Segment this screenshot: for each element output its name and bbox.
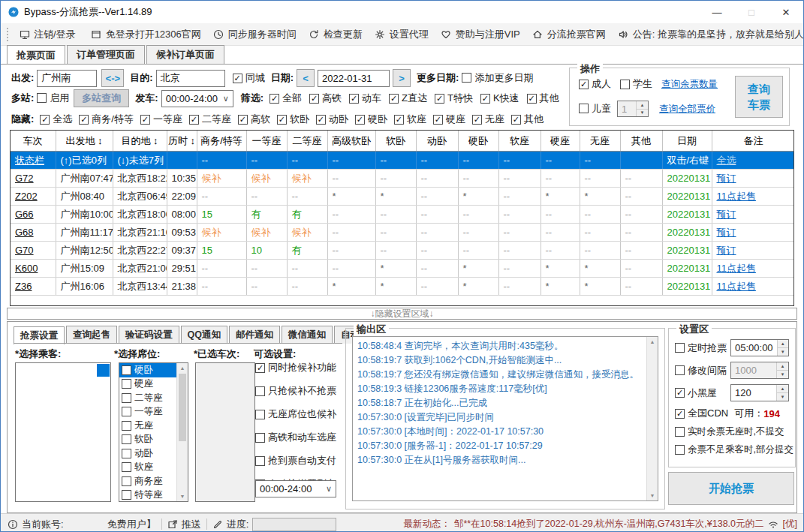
hide-checkbox-1[interactable]: ✓商务/特等	[79, 113, 134, 126]
hide-settings-divider[interactable]: ↓隐藏设置区域↓	[7, 308, 797, 320]
tab-settings-2[interactable]: 验证码设置	[119, 326, 179, 344]
train-row-Z36[interactable]: Z36广州16:06北京西13:4421:38------**--*--**--…	[11, 278, 794, 296]
train-number-link[interactable]: K600	[15, 263, 38, 274]
train-number-link[interactable]: Z36	[15, 281, 32, 292]
seat-list-scrollbar[interactable]: ▲ ▼	[176, 363, 188, 501]
child-count-stepper[interactable]: 1 ▲▼	[617, 101, 649, 117]
setting-stepper-0[interactable]: 05:00:00▲▼	[730, 339, 789, 356]
train-number-link[interactable]: G68	[15, 227, 34, 238]
hide-checkbox-3[interactable]: ✓二等座	[189, 113, 231, 126]
stepper-down-icon[interactable]: ▼	[777, 371, 788, 378]
toolbar-item-5[interactable]: 赞助与注册VIP	[435, 23, 526, 45]
train-row-Z202[interactable]: Z202广州08:40北京西06:4922:09------**--*--**-…	[11, 188, 794, 206]
column-header-13[interactable]: 无座	[580, 131, 620, 152]
hide-checkbox-7[interactable]: ✓硬卧	[355, 113, 387, 126]
column-header-10[interactable]: 硬卧	[458, 131, 498, 152]
toolbar-item-2[interactable]: 同步服务器时间	[207, 23, 303, 45]
multi-query-button[interactable]: 多站查询	[74, 89, 129, 107]
toolbar-item-6[interactable]: 分流抢票官网	[526, 23, 612, 45]
option-checkbox-2[interactable]: 无座席位也候补	[255, 407, 336, 421]
column-header-2[interactable]: 目的地 ↕	[113, 131, 167, 152]
seat-option-3[interactable]: 一等座	[119, 405, 177, 419]
column-header-16[interactable]: 备注	[712, 131, 794, 152]
column-header-4[interactable]: 商务/特等	[197, 131, 246, 152]
column-header-5[interactable]: 一等座	[246, 131, 287, 152]
hide-checkbox-5[interactable]: ✓软卧	[277, 113, 309, 126]
toolbar-item-0[interactable]: 注销/登录	[13, 23, 82, 45]
filter-checkbox-6[interactable]: ✓其他	[527, 92, 559, 105]
scroll-up-icon[interactable]: ▲	[650, 337, 655, 347]
hide-checkbox-8[interactable]: ✓软座	[394, 113, 426, 126]
column-header-0[interactable]: 车次	[11, 131, 56, 152]
passenger-listbox[interactable]	[15, 362, 111, 502]
hide-checkbox-4[interactable]: ✓高软	[238, 113, 270, 126]
option-checkbox-4[interactable]: 抢到票自动支付	[255, 454, 336, 467]
filter-checkbox-4[interactable]: ✓T特快	[435, 92, 473, 105]
date-next-button[interactable]: >	[393, 69, 411, 87]
note-link[interactable]: 11点起售	[717, 281, 757, 292]
option-checkbox-0[interactable]: ✓同时抢候补功能	[255, 361, 336, 374]
train-row-K600[interactable]: K600广州15:09北京西21:0029:51--------*--*--**…	[11, 260, 794, 278]
setting-check-1[interactable]: 余票不足乘客时,部分提交	[675, 443, 793, 456]
depart-input[interactable]: 广州南	[37, 70, 97, 87]
note-link[interactable]: 预订	[717, 227, 736, 238]
hide-checkbox-10[interactable]: ✓无座	[472, 113, 504, 126]
select-all-link[interactable]: 全选	[717, 155, 736, 166]
stepper-up-icon[interactable]: ▲	[777, 362, 788, 371]
scroll-down-icon[interactable]: ▼	[650, 491, 655, 500]
toolbar-item-7[interactable]: 公告: 抢票靠的是坚持，放弃就是给别人机会！	[612, 23, 804, 45]
train-row-G66[interactable]: G66广州南10:00北京西18:0008:0015有有------------…	[11, 206, 794, 224]
filter-checkbox-5[interactable]: ✓K快速	[480, 92, 519, 105]
note-link[interactable]: 11点起售	[717, 263, 757, 274]
filter-checkbox-2[interactable]: ✓动车	[349, 92, 381, 105]
setting-stepper-1[interactable]: 1000▲▼	[730, 362, 789, 379]
note-link[interactable]: 预订	[717, 173, 736, 184]
tab-settings-4[interactable]: 邮件通知	[229, 326, 280, 344]
date-prev-button[interactable]: <	[297, 69, 315, 87]
stepper-down-icon[interactable]: ▼	[778, 348, 788, 356]
setting-checkbox-2[interactable]: ✓小黑屋	[675, 386, 717, 400]
depart-time-select[interactable]: 00:00-24:00∨	[161, 90, 233, 107]
push-label[interactable]: 推送	[182, 518, 201, 531]
note-link[interactable]: 预订	[717, 245, 736, 256]
hide-checkbox-0[interactable]: ✓全选	[40, 113, 72, 126]
seat-option-8[interactable]: 商务座	[119, 474, 177, 488]
train-row-G70[interactable]: G70广州南12:50北京西22:2709:371510有-----------…	[11, 242, 794, 260]
column-header-15[interactable]: 日期	[662, 131, 712, 152]
hide-checkbox-9[interactable]: ✓硬座	[433, 113, 465, 126]
date-input[interactable]: 2022-01-31	[318, 70, 390, 87]
filter-checkbox-0[interactable]: ✓全部	[270, 92, 302, 105]
output-scrollbar[interactable]: ▲ ▼	[646, 337, 658, 500]
add-more-dates-checkbox[interactable]: 添加更多日期	[462, 71, 533, 85]
column-header-11[interactable]: 软座	[498, 131, 541, 152]
adult-checkbox[interactable]: ✓成人	[579, 77, 611, 91]
seat-option-7[interactable]: 软座	[119, 461, 177, 475]
note-link[interactable]: 11点起售	[717, 191, 757, 202]
seat-option-6[interactable]: 动卧	[119, 446, 177, 461]
close-button[interactable]: ✕	[769, 1, 803, 23]
tab-settings-0[interactable]: 抢票设置	[14, 326, 65, 344]
hide-checkbox-6[interactable]: ✓动卧	[316, 113, 348, 126]
seat-option-0[interactable]: 硬卧	[119, 363, 177, 377]
child-checkbox[interactable]: 儿童	[579, 102, 611, 116]
scroll-up-icon[interactable]: ▲	[180, 363, 185, 373]
setting-check-0[interactable]: 实时余票无座时,不提交	[675, 425, 784, 438]
maximize-button[interactable]: □	[734, 1, 769, 23]
tab-main-1[interactable]: 订单管理页面	[67, 45, 145, 64]
query-tickets-button[interactable]: 查询车票	[735, 76, 783, 118]
toolbar-item-4[interactable]: 设置代理	[369, 23, 435, 45]
tab-settings-3[interactable]: QQ通知	[181, 326, 227, 344]
toolbar-item-1[interactable]: 免登录打开12306官网	[85, 23, 207, 45]
seat-listbox[interactable]: 硬卧硬座二等座一等座无座软卧动卧软座商务座特等座 ▲ ▼	[119, 362, 188, 502]
stepper-up-icon[interactable]: ▲	[637, 101, 648, 110]
train-number-link[interactable]: Z202	[15, 191, 38, 202]
toolbar-item-3[interactable]: 检查更新	[303, 23, 369, 45]
tab-settings-5[interactable]: 微信通知	[282, 326, 333, 344]
tab-main-2[interactable]: 候补订单页面	[146, 45, 224, 64]
filter-checkbox-1[interactable]: ✓高铁	[309, 92, 342, 105]
column-header-12[interactable]: 硬座	[541, 131, 580, 152]
grab-time-range-select[interactable]: 00:00-24:00∨	[255, 480, 336, 497]
minimize-button[interactable]: —	[700, 1, 734, 23]
note-link[interactable]: 预订	[717, 209, 736, 220]
table-status-row[interactable]: 状态栏(↑)已选0列(↓)未选7列--------------------双击/…	[11, 152, 794, 170]
